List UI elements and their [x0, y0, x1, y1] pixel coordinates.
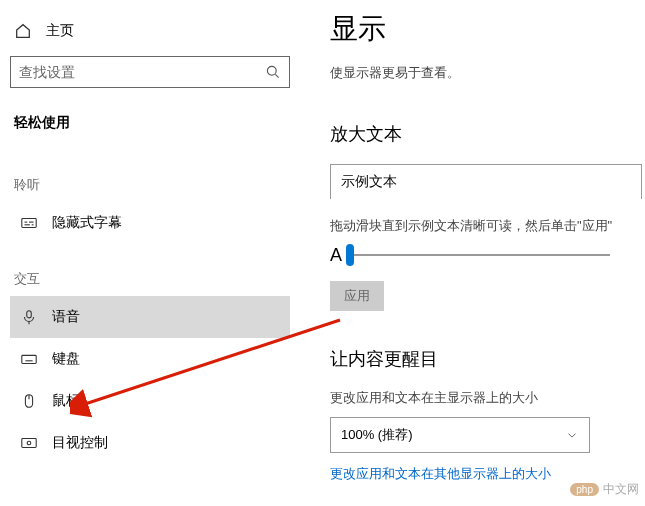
svg-point-18	[27, 441, 31, 445]
slider-track-line	[350, 254, 610, 256]
text-size-slider-row: A	[330, 243, 645, 267]
svg-line-1	[275, 74, 278, 77]
slider-letter-small: A	[330, 245, 342, 266]
sidebar-item-label: 键盘	[52, 350, 80, 368]
text-size-slider[interactable]	[350, 243, 610, 267]
page-title: 显示	[330, 10, 645, 48]
enlarge-text-heading: 放大文本	[330, 122, 645, 146]
captions-icon	[20, 214, 38, 232]
eye-control-icon	[20, 434, 38, 452]
scale-select[interactable]: 100% (推荐)	[330, 417, 590, 453]
svg-rect-17	[22, 439, 36, 448]
watermark: php 中文网	[570, 481, 639, 498]
sidebar-item-label: 目视控制	[52, 434, 108, 452]
group-interaction-label: 交互	[10, 244, 290, 296]
home-label: 主页	[46, 22, 74, 40]
sample-text-box: 示例文本	[330, 164, 642, 199]
sidebar-item-label: 隐藏式字幕	[52, 214, 122, 232]
keyboard-icon	[20, 350, 38, 368]
page-description: 使显示器更易于查看。	[330, 64, 645, 82]
section-title: 轻松使用	[10, 108, 290, 150]
sidebar-item-speech[interactable]: 语音	[10, 296, 290, 338]
svg-point-0	[267, 66, 276, 75]
sidebar-item-captions[interactable]: 隐藏式字幕	[10, 202, 290, 244]
sidebar-item-eye-control[interactable]: 目视控制	[10, 422, 290, 464]
apply-button[interactable]: 应用	[330, 281, 384, 311]
group-hearing-label: 聆听	[10, 150, 290, 202]
search-box[interactable]	[10, 56, 290, 88]
watermark-badge: php	[570, 483, 599, 496]
watermark-text: 中文网	[603, 481, 639, 498]
svg-rect-7	[27, 311, 32, 318]
scale-select-value: 100% (推荐)	[341, 426, 413, 444]
sidebar-item-label: 语音	[52, 308, 80, 326]
scale-label: 更改应用和文本在主显示器上的大小	[330, 389, 645, 407]
mouse-icon	[20, 392, 38, 410]
svg-rect-2	[22, 219, 36, 228]
search-input[interactable]	[19, 64, 265, 80]
search-icon	[265, 64, 281, 80]
sidebar-item-keyboard[interactable]: 键盘	[10, 338, 290, 380]
sidebar-item-label: 鼠标	[52, 392, 80, 410]
sidebar-item-mouse[interactable]: 鼠标	[10, 380, 290, 422]
home-link[interactable]: 主页	[10, 18, 290, 56]
slider-hint: 拖动滑块直到示例文本清晰可读，然后单击"应用"	[330, 217, 645, 235]
chevron-down-icon	[565, 428, 579, 442]
svg-rect-9	[22, 355, 36, 363]
slider-thumb[interactable]	[346, 244, 354, 266]
home-icon	[14, 22, 32, 40]
content-heading: 让内容更醒目	[330, 347, 645, 371]
microphone-icon	[20, 308, 38, 326]
